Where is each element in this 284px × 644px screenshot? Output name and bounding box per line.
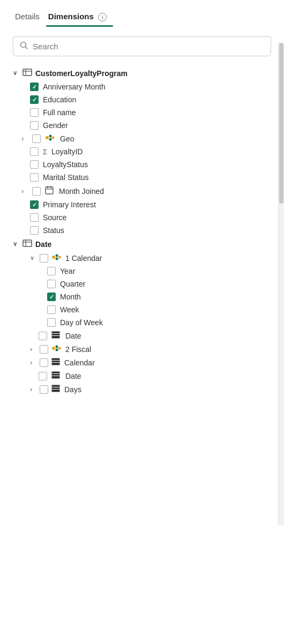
checkbox-quarter[interactable] — [47, 280, 56, 288]
label-1-calendar: 1 Calendar — [65, 254, 102, 263]
item-geo[interactable]: › Geo — [0, 132, 282, 145]
checkbox-year[interactable] — [47, 267, 56, 275]
group-label-date: Date — [35, 240, 51, 249]
checkbox-marital-status[interactable] — [30, 173, 39, 182]
item-primary-interest[interactable]: Primary Interest — [0, 198, 282, 211]
hierarchy-1calendar-icon — [51, 253, 61, 263]
search-container — [13, 36, 271, 56]
checkbox-geo[interactable] — [32, 134, 41, 143]
checkbox-education[interactable] — [30, 95, 39, 104]
label-education: Education — [43, 95, 76, 104]
label-source: Source — [43, 213, 66, 222]
hierarchy-geo-icon — [45, 134, 55, 143]
svg-line-1 — [26, 47, 28, 49]
section-customer-loyalty: ∨ CustomerLoyaltyProgram Anniversary Mon… — [0, 66, 282, 237]
item-full-name[interactable]: Full name — [0, 106, 282, 119]
label-2-fiscal: 2 Fiscal — [65, 345, 91, 354]
label-date-field: Date — [65, 332, 81, 340]
hierarchy-2fiscal-icon — [51, 345, 61, 354]
checkbox-primary-interest[interactable] — [30, 200, 39, 209]
item-month[interactable]: Month — [0, 290, 282, 303]
calendar-icon — [45, 186, 54, 196]
dimensions-info-icon: i — [98, 13, 107, 21]
item-loyaltystatus[interactable]: LoyaltyStatus — [0, 158, 282, 171]
label-days: Days — [64, 385, 81, 394]
item-status[interactable]: Status — [0, 224, 282, 237]
tab-dimensions[interactable]: Dimensions i — [46, 9, 113, 27]
label-full-name: Full name — [43, 108, 76, 117]
label-geo: Geo — [60, 134, 74, 143]
item-loyaltyid[interactable]: Σ LoyaltyID — [0, 145, 282, 158]
tree-area: ∨ CustomerLoyaltyProgram Anniversary Mon… — [0, 66, 284, 396]
checkbox-loyaltyid[interactable] — [30, 147, 39, 156]
checkbox-week[interactable] — [47, 305, 56, 314]
svg-point-8 — [49, 138, 52, 141]
svg-rect-33 — [52, 385, 60, 392]
checkbox-status[interactable] — [30, 226, 39, 235]
label-status: Status — [43, 226, 64, 235]
label-loyaltystatus: LoyaltyStatus — [43, 160, 88, 169]
checkbox-date-field2[interactable] — [39, 372, 47, 380]
svg-rect-30 — [52, 372, 60, 379]
table-lines-days-icon — [51, 385, 60, 394]
item-year[interactable]: Year — [0, 265, 282, 278]
chevron-down-date-icon: ∨ — [13, 241, 19, 248]
checkbox-source[interactable] — [30, 213, 39, 222]
search-input[interactable] — [33, 42, 264, 51]
item-month-joined[interactable]: › Month Joined — [0, 184, 282, 198]
svg-point-23 — [52, 347, 55, 350]
group-header-customer-loyalty[interactable]: ∨ CustomerLoyaltyProgram — [0, 66, 282, 80]
label-marital-status: Marital Status — [43, 173, 89, 182]
section-date: ∨ Date ∨ — [0, 237, 282, 396]
subgroup-1-calendar[interactable]: ∨ 1 Calendar — [0, 251, 282, 265]
label-anniversary-month: Anniversary Month — [43, 83, 106, 91]
item-gender[interactable]: Gender — [0, 119, 282, 132]
checkbox-1-calendar[interactable] — [40, 254, 48, 263]
svg-point-5 — [46, 136, 49, 139]
label-year: Year — [60, 267, 75, 275]
checkbox-gender[interactable] — [30, 121, 39, 130]
tab-details[interactable]: Details — [13, 9, 46, 27]
item-date-field2[interactable]: Date — [0, 369, 282, 383]
checkbox-month-joined[interactable] — [32, 187, 41, 196]
svg-point-7 — [52, 137, 55, 139]
checkbox-date-field[interactable] — [39, 332, 47, 340]
item-education[interactable]: Education — [0, 93, 282, 106]
label-loyaltyid: LoyaltyID — [51, 147, 83, 156]
subgroup-calendar[interactable]: › Calendar — [0, 356, 282, 369]
svg-point-19 — [56, 258, 58, 260]
item-marital-status[interactable]: Marital Status — [0, 171, 282, 184]
checkbox-2-fiscal[interactable] — [40, 345, 48, 354]
svg-rect-2 — [23, 69, 32, 76]
chevron-right-days-icon: › — [30, 385, 36, 393]
checkbox-full-name[interactable] — [30, 108, 39, 117]
svg-point-17 — [56, 254, 58, 257]
label-date-field2: Date — [65, 372, 81, 380]
checkbox-month[interactable] — [47, 293, 56, 301]
item-day-of-week[interactable]: Day of Week — [0, 316, 282, 329]
checkbox-calendar[interactable] — [40, 358, 48, 367]
chevron-right-month-joined-icon: › — [21, 187, 28, 195]
svg-point-18 — [58, 256, 61, 259]
checkbox-days[interactable] — [40, 385, 48, 394]
group-header-date[interactable]: ∨ Date — [0, 237, 282, 251]
chevron-down-icon: ∨ — [13, 70, 19, 77]
label-calendar: Calendar — [64, 358, 95, 367]
checkbox-anniversary-month[interactable] — [30, 83, 39, 91]
item-source[interactable]: Source — [0, 211, 282, 224]
svg-rect-27 — [52, 358, 60, 365]
chevron-right-calendar-icon: › — [30, 358, 36, 366]
svg-rect-9 — [46, 187, 53, 194]
checkbox-day-of-week[interactable] — [47, 318, 56, 327]
item-anniversary-month[interactable]: Anniversary Month — [0, 80, 282, 93]
item-quarter[interactable]: Quarter — [0, 278, 282, 290]
subgroup-2-fiscal[interactable]: › 2 Fiscal — [0, 342, 282, 356]
svg-point-16 — [52, 256, 55, 259]
table-date-icon — [23, 239, 32, 249]
item-week[interactable]: Week — [0, 303, 282, 316]
subgroup-days[interactable]: › Days — [0, 383, 282, 396]
item-date-field[interactable]: Date — [0, 329, 282, 342]
svg-rect-20 — [52, 332, 60, 339]
label-week: Week — [60, 305, 79, 314]
checkbox-loyaltystatus[interactable] — [30, 160, 39, 169]
